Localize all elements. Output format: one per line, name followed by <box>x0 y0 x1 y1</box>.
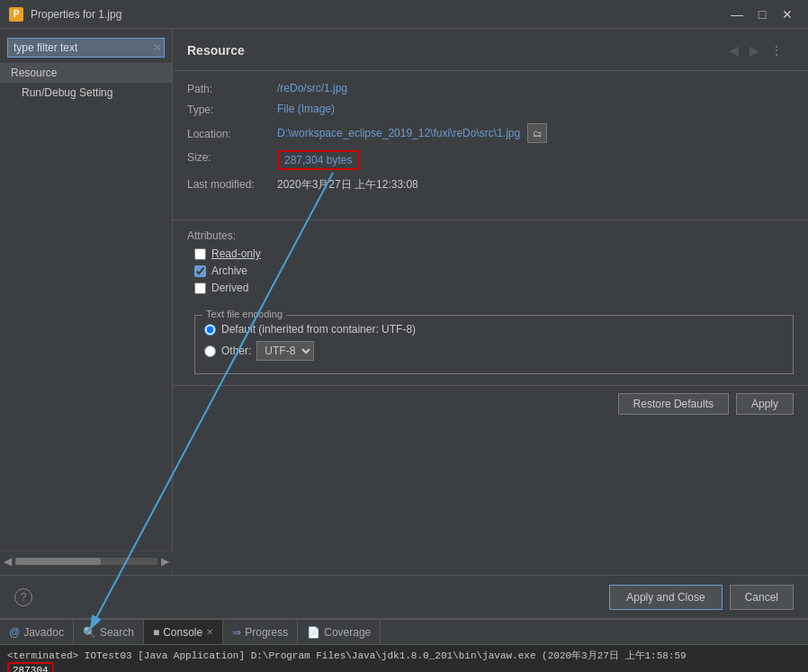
derived-row: Derived <box>187 282 794 294</box>
attributes-label: Attributes: <box>187 229 794 242</box>
restore-defaults-button[interactable]: Restore Defaults <box>618 393 729 415</box>
dialog-footer-buttons: Apply and Close Cancel <box>609 585 794 610</box>
main-content: Resource ◀ ▶ ⋮ Path: /reDo/src/1.jpg Typ… <box>173 29 808 575</box>
section-title: Resource <box>187 43 245 58</box>
help-icon[interactable]: ? <box>14 588 32 606</box>
console-value-line: 287304 <box>7 662 801 672</box>
close-button[interactable]: ✕ <box>776 5 799 23</box>
filter-clear-icon[interactable]: ✕ <box>153 41 162 54</box>
encoding-select[interactable]: UTF-8 <box>256 341 314 361</box>
console-close-icon[interactable]: ✕ <box>206 627 213 637</box>
readonly-label[interactable]: Read-only <box>211 247 261 260</box>
sidebar-filter-container: ✕ <box>7 38 165 58</box>
type-label: Type: <box>187 103 277 116</box>
derived-label[interactable]: Derived <box>211 282 248 294</box>
tab-coverage[interactable]: 📄 Coverage <box>298 620 381 644</box>
window-controls: — □ ✕ <box>725 5 799 23</box>
properties-area: Path: /reDo/src/1.jpg Type: File (Image)… <box>173 71 808 211</box>
console-icon: ■ <box>153 626 159 639</box>
dialog-footer: ? Apply and Close Cancel <box>0 575 808 618</box>
lastmodified-label: Last modified: <box>187 177 277 191</box>
location-label: Location: <box>187 127 277 140</box>
type-value: File (Image) <box>277 103 335 115</box>
maximize-button[interactable]: □ <box>750 5 774 23</box>
type-row: Type: File (Image) <box>187 103 794 116</box>
cancel-button[interactable]: Cancel <box>730 585 794 610</box>
progress-icon: ⇒ <box>232 626 241 639</box>
javadoc-icon: @ <box>9 626 20 639</box>
window-title: Properties for 1.jpg <box>31 8 725 21</box>
coverage-tab-label: Coverage <box>324 626 371 639</box>
encoding-other-label[interactable]: Other: <box>221 345 251 357</box>
tab-javadoc[interactable]: @ Javadoc <box>0 620 74 644</box>
readonly-checkbox[interactable] <box>194 248 206 260</box>
archive-label[interactable]: Archive <box>211 264 247 277</box>
apply-button[interactable]: Apply <box>736 393 794 415</box>
sidebar-item-resource[interactable]: Resource <box>0 63 172 83</box>
nav-forward-icon[interactable]: ▶ <box>746 41 763 59</box>
path-label: Path: <box>187 82 277 95</box>
console-tab-label: Console <box>163 626 202 639</box>
section-header-row: Resource ◀ ▶ ⋮ <box>173 29 808 71</box>
coverage-icon: 📄 <box>307 626 320 639</box>
archive-row: Archive <box>187 264 794 277</box>
location-row: Location: D:\workspace_eclipse_2019_12\f… <box>187 123 794 143</box>
filter-input[interactable] <box>7 38 165 58</box>
lastmodified-row: Last modified: 2020年3月27日 上午12:33:08 <box>187 177 794 193</box>
title-bar: P Properties for 1.jpg — □ ✕ <box>0 0 808 29</box>
sidebar-item-rundebug[interactable]: Run/Debug Setting <box>0 83 172 103</box>
tab-console[interactable]: ■ Console ✕ <box>144 620 223 644</box>
location-value: D:\workspace_eclipse_2019_12\fuxi\reDo\s… <box>277 127 520 139</box>
lastmodified-value: 2020年3月27日 上午12:33:08 <box>277 177 418 193</box>
scroll-left-icon[interactable]: ◀ <box>4 555 12 568</box>
app-icon: P <box>9 7 23 22</box>
archive-checkbox[interactable] <box>194 265 206 277</box>
main-content-footer: Restore Defaults Apply <box>173 385 808 422</box>
encoding-section: Text file encoding Default (inherited fr… <box>173 315 808 385</box>
console-content: <terminated> IOTest03 [Java Application]… <box>0 645 808 672</box>
scroll-right-icon[interactable]: ▶ <box>161 555 169 568</box>
location-browse-icon[interactable]: 🗂 <box>527 123 547 143</box>
nav-arrows: ◀ ▶ ⋮ <box>718 38 794 63</box>
attributes-section: Attributes: Read-only Archive D <box>173 229 808 309</box>
readonly-row: Read-only <box>187 247 794 260</box>
divider-1 <box>173 220 808 220</box>
encoding-group: Text file encoding Default (inherited fr… <box>194 315 794 374</box>
bottom-panel: @ Javadoc 🔍 Search ■ Console ✕ ⇒ Progres… <box>0 618 808 672</box>
encoding-legend: Text file encoding <box>202 309 286 319</box>
console-terminated-line: <terminated> IOTest03 [Java Application]… <box>7 649 801 662</box>
progress-tab-label: Progress <box>245 626 288 639</box>
encoding-default-row: Default (inherited from container: UTF-8… <box>204 323 784 336</box>
tab-progress[interactable]: ⇒ Progress <box>223 620 298 644</box>
sidebar: ✕ Resource Run/Debug Setting ◀ ▶ <box>0 29 173 575</box>
console-value-highlight: 287304 <box>7 662 54 672</box>
bottom-tabs: @ Javadoc 🔍 Search ■ Console ✕ ⇒ Progres… <box>0 620 808 645</box>
apply-and-close-button[interactable]: Apply and Close <box>609 585 722 610</box>
minimize-button[interactable]: — <box>725 5 749 23</box>
size-value: 287,304 bytes <box>277 150 359 170</box>
dialog-body: ✕ Resource Run/Debug Setting ◀ ▶ Resourc… <box>0 29 808 575</box>
path-value: /reDo/src/1.jpg <box>277 82 347 94</box>
derived-checkbox[interactable] <box>194 282 206 294</box>
encoding-default-label[interactable]: Default (inherited from container: UTF-8… <box>221 323 416 336</box>
nav-back-icon[interactable]: ◀ <box>725 41 742 59</box>
encoding-other-radio[interactable] <box>204 345 216 357</box>
javadoc-tab-label: Javadoc <box>23 626 64 639</box>
size-row: Size: 287,304 bytes <box>187 150 794 170</box>
tab-search[interactable]: 🔍 Search <box>74 620 144 644</box>
encoding-default-radio[interactable] <box>204 324 216 336</box>
path-row: Path: /reDo/src/1.jpg <box>187 82 794 95</box>
size-label: Size: <box>187 150 277 164</box>
nav-menu-icon[interactable]: ⋮ <box>767 41 786 59</box>
search-tab-icon: 🔍 <box>83 626 96 639</box>
encoding-other-row: Other: UTF-8 <box>204 341 784 361</box>
search-tab-label: Search <box>100 626 134 639</box>
